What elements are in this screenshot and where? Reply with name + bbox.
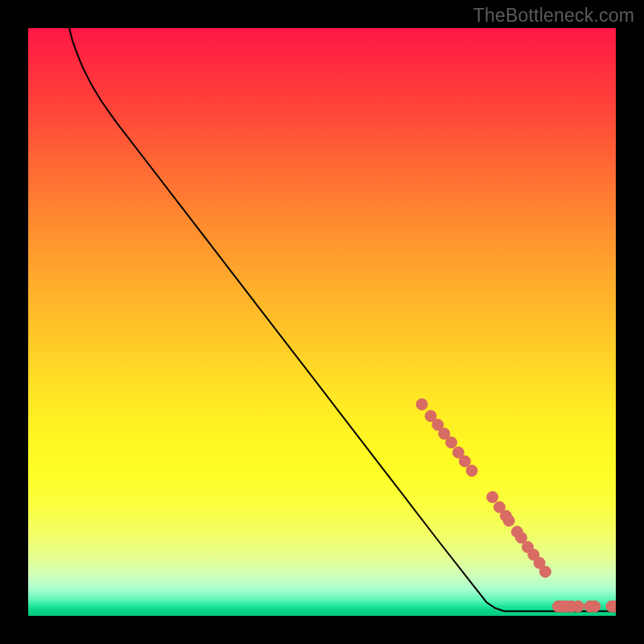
data-marker	[446, 437, 457, 448]
marker-group	[416, 398, 616, 612]
data-marker	[487, 492, 498, 503]
watermark-text: TheBottleneck.com	[473, 5, 634, 27]
data-marker	[459, 456, 470, 467]
data-marker	[539, 566, 551, 577]
data-marker	[589, 601, 601, 612]
chart-frame: TheBottleneck.com	[0, 0, 644, 644]
bottleneck-curve	[69, 28, 616, 611]
data-marker	[503, 515, 514, 526]
data-marker	[466, 465, 477, 477]
data-marker	[572, 601, 584, 612]
plot-area	[28, 28, 616, 616]
data-marker	[416, 398, 427, 410]
curve-layer	[28, 28, 616, 616]
